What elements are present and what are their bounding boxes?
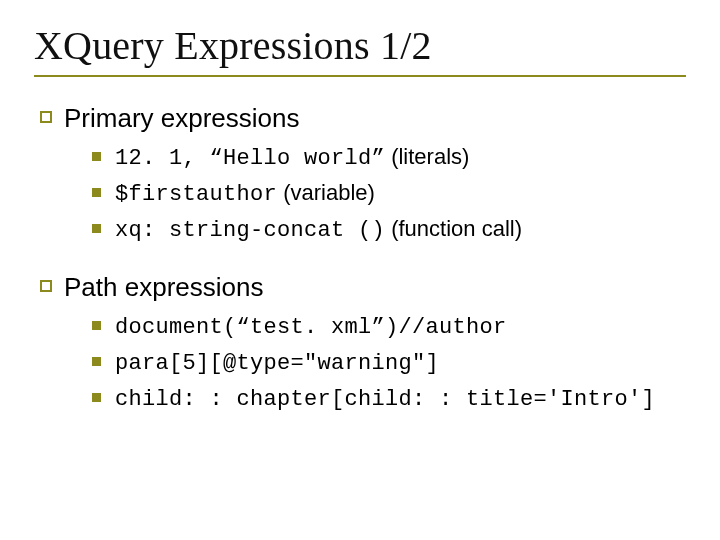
- slide-title: XQuery Expressions 1/2: [34, 22, 686, 69]
- section-heading: Primary expressions: [40, 103, 686, 134]
- square-bullet-icon: [92, 224, 101, 233]
- section-heading: Path expressions: [40, 272, 686, 303]
- list-item-text: 12. 1, “Hello world” (literals): [115, 140, 469, 176]
- list-item-text: xq: string-concat () (function call): [115, 212, 522, 248]
- square-outline-icon: [40, 111, 52, 123]
- list-item: para[5][@type="warning"]: [92, 345, 686, 381]
- square-bullet-icon: [92, 321, 101, 330]
- list-item: 12. 1, “Hello world” (literals): [92, 140, 686, 176]
- list-item-text: para[5][@type="warning"]: [115, 345, 439, 381]
- section-label: Primary expressions: [64, 103, 300, 134]
- list-item-text: document(“test. xml”)//author: [115, 309, 507, 345]
- list-item-text: $firstauthor (variable): [115, 176, 375, 212]
- slide: XQuery Expressions 1/2 Primary expressio…: [0, 0, 720, 540]
- list-item: child: : chapter[child: : title='Intro']: [92, 381, 686, 417]
- square-outline-icon: [40, 280, 52, 292]
- square-bullet-icon: [92, 393, 101, 402]
- section-label: Path expressions: [64, 272, 263, 303]
- title-underline: [34, 75, 686, 77]
- list-item-text: child: : chapter[child: : title='Intro']: [115, 381, 655, 417]
- square-bullet-icon: [92, 188, 101, 197]
- list-item: $firstauthor (variable): [92, 176, 686, 212]
- square-bullet-icon: [92, 152, 101, 161]
- item-list: 12. 1, “Hello world” (literals) $firstau…: [92, 140, 686, 248]
- item-list: document(“test. xml”)//author para[5][@t…: [92, 309, 686, 417]
- list-item: document(“test. xml”)//author: [92, 309, 686, 345]
- square-bullet-icon: [92, 357, 101, 366]
- list-item: xq: string-concat () (function call): [92, 212, 686, 248]
